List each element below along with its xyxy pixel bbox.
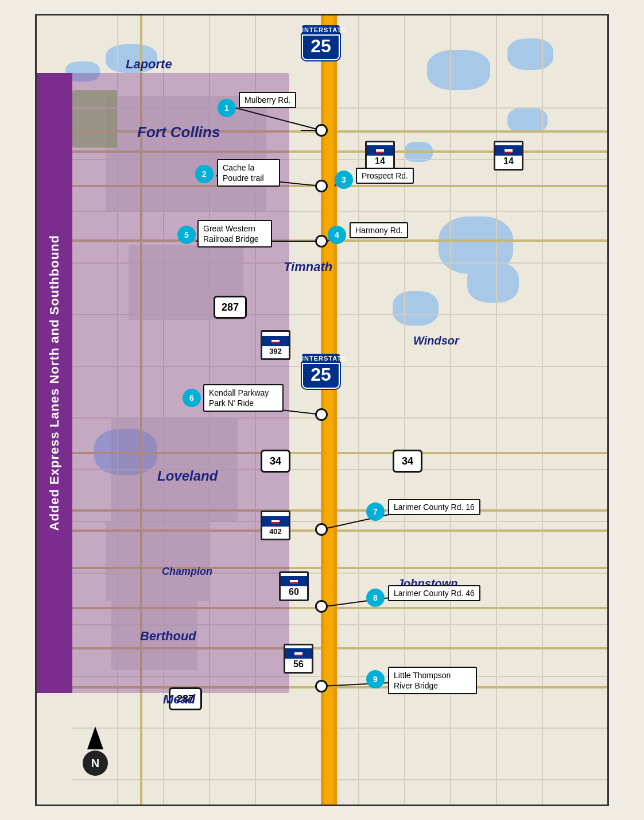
co-route-top xyxy=(262,516,289,527)
city-windsor: Windsor xyxy=(413,334,459,347)
co-route-392: 392 xyxy=(261,330,290,360)
north-arrow: N xyxy=(83,726,108,776)
sidebar-text: Added Express Lanes North and Southbound xyxy=(47,235,62,531)
road-h xyxy=(72,779,609,780)
interstate-label: INTERSTATE xyxy=(302,354,340,363)
interstate-shield-25-top: INTERSTATE 25 xyxy=(302,21,340,64)
label-harmony: Harmony Rd. xyxy=(350,222,408,238)
road-h xyxy=(72,728,609,729)
co-route-60: 60 xyxy=(279,571,309,601)
waypoint-1: 1 xyxy=(218,99,236,117)
flag-red xyxy=(271,522,280,524)
label-prospect: Prospect Rd. xyxy=(356,168,414,184)
arrow-shape xyxy=(87,726,103,749)
water-feature xyxy=(467,262,519,303)
road-point-2-3 xyxy=(315,180,328,192)
label-cache-la-poudre: Cache laPoudre trail xyxy=(217,159,280,187)
north-label: N xyxy=(83,751,108,776)
co-flag xyxy=(290,578,298,584)
waypoint-3: 3 xyxy=(335,171,353,189)
interstate-label: INTERSTATE xyxy=(302,25,340,34)
sidebar-label: Added Express Lanes North and Southbound xyxy=(37,73,72,693)
city-berthoud: Berthoud xyxy=(140,629,196,644)
city-laporte: Laporte xyxy=(126,57,172,72)
co-route-top xyxy=(367,145,393,156)
co-flag xyxy=(271,338,280,344)
waypoint-6: 6 xyxy=(183,389,201,407)
interstate-number: 25 xyxy=(302,34,340,60)
us-route-34-left: 34 xyxy=(261,450,290,473)
waypoint-8: 8 xyxy=(366,589,385,607)
water-feature xyxy=(507,38,553,70)
co-flag xyxy=(294,651,302,656)
co-route-top xyxy=(495,145,522,156)
co-flag xyxy=(376,148,384,153)
label-mulberry: Mulberry Rd. xyxy=(239,92,296,108)
co-flag xyxy=(505,148,513,153)
co-route-14-right: 14 xyxy=(494,141,523,171)
waypoint-2: 2 xyxy=(195,165,214,183)
co-route-top xyxy=(262,336,289,346)
co-route-number: 402 xyxy=(269,528,282,535)
map-container: Added Express Lanes North and Southbound… xyxy=(35,14,609,806)
road-point-9 xyxy=(315,680,328,693)
flag-red xyxy=(294,655,302,656)
co-route-56: 56 xyxy=(284,644,313,674)
waypoint-7: 7 xyxy=(366,502,385,521)
us-route-287-top: 287 xyxy=(214,296,247,319)
water-feature xyxy=(427,50,490,90)
label-cr16: Larimer County Rd. 16 xyxy=(388,499,480,515)
co-route-number: 14 xyxy=(503,157,514,166)
city-fort-collins: Fort Collins xyxy=(137,123,220,141)
city-champion: Champion xyxy=(162,566,212,578)
water-feature xyxy=(393,291,439,326)
co-route-14-left: 14 xyxy=(365,141,395,171)
interstate-shield-25-mid: INTERSTATE 25 xyxy=(302,350,340,392)
co-route-402: 402 xyxy=(261,510,290,540)
waypoint-9: 9 xyxy=(366,670,385,689)
label-little-thompson: Little ThompsonRiver Bridge xyxy=(388,667,477,694)
road-point-1 xyxy=(315,124,328,137)
city-loveland: Loveland xyxy=(157,468,218,484)
label-cr46: Larimer County Rd. 46 xyxy=(388,585,480,601)
label-kendall: Kendall ParkwayPark N' Ride xyxy=(203,384,284,412)
road-point-7 xyxy=(315,523,328,536)
interstate-number: 25 xyxy=(302,363,340,389)
flag-red xyxy=(376,152,384,153)
co-route-number: 60 xyxy=(289,587,299,597)
city-timnath: Timnath xyxy=(284,260,332,274)
waypoint-5: 5 xyxy=(177,226,196,244)
label-great-western: Great WesternRailroad Bridge xyxy=(197,220,272,247)
flag-red xyxy=(271,342,280,343)
co-flag xyxy=(271,519,280,524)
flag-red xyxy=(290,582,298,584)
co-route-number: 14 xyxy=(375,157,385,166)
road-point-8 xyxy=(315,600,328,613)
road-point-4-5 xyxy=(315,235,328,247)
co-route-number: 392 xyxy=(269,347,282,355)
waypoint-4: 4 xyxy=(328,226,346,244)
co-route-number: 56 xyxy=(293,660,304,669)
co-route-top xyxy=(281,576,307,586)
us-route-34-right: 34 xyxy=(393,450,422,473)
road-point-6 xyxy=(315,408,328,421)
flag-red xyxy=(505,152,513,153)
city-mead: Mead xyxy=(163,692,195,707)
co-route-top xyxy=(285,648,312,659)
